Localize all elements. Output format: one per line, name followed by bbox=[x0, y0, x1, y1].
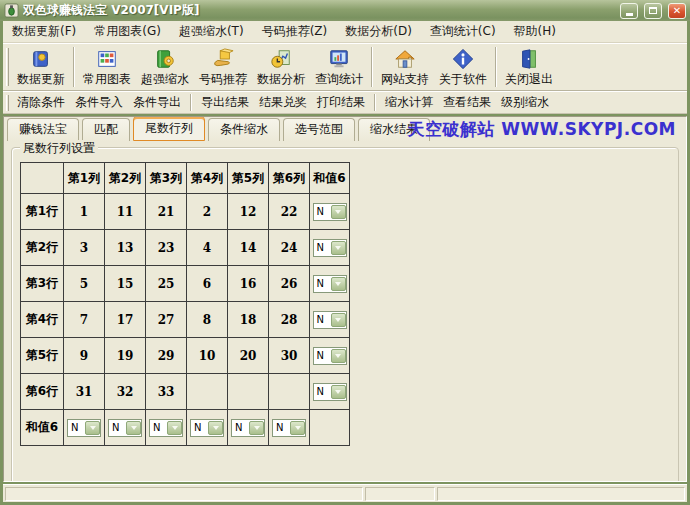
grid-value-cell: 25 bbox=[146, 266, 187, 302]
chevron-down-icon bbox=[208, 421, 223, 435]
action-button[interactable]: 条件导出 bbox=[128, 92, 186, 113]
action-button[interactable]: 结果兑奖 bbox=[254, 92, 312, 113]
groupbox-title: 尾数行列设置 bbox=[20, 140, 98, 157]
menu-item[interactable]: 查询统计(C) bbox=[421, 21, 505, 42]
toolbar-button-label: 数据分析 bbox=[257, 71, 305, 88]
menu-item[interactable]: 数据更新(F) bbox=[3, 21, 85, 42]
toolbar-button[interactable]: 网站支持 bbox=[376, 45, 434, 89]
minimize-icon bbox=[626, 13, 633, 16]
close-button[interactable]: ✕ bbox=[668, 3, 686, 19]
toolbar-button[interactable]: 常用图表 bbox=[78, 45, 136, 89]
tail-filter-combobox[interactable]: N bbox=[272, 419, 306, 437]
tail-filter-combobox[interactable]: N bbox=[313, 311, 347, 329]
tail-filter-combobox[interactable]: N bbox=[108, 419, 142, 437]
status-panel bbox=[365, 487, 435, 501]
grid-value-cell: 11 bbox=[105, 194, 146, 230]
tail-filter-combobox[interactable]: N bbox=[313, 275, 347, 293]
status-bar bbox=[3, 484, 687, 502]
table-row: 第5行91929102030N bbox=[21, 338, 350, 374]
table-row: 第3行5152561626N bbox=[21, 266, 350, 302]
action-button[interactable]: 清除条件 bbox=[12, 92, 70, 113]
action-button[interactable]: 缩水计算 bbox=[380, 92, 438, 113]
status-panel bbox=[437, 487, 685, 501]
toolbar-button[interactable]: 关闭退出 bbox=[500, 45, 558, 89]
minimize-button[interactable] bbox=[620, 3, 638, 19]
tab-1[interactable]: 匹配 bbox=[82, 118, 130, 141]
maximize-button[interactable] bbox=[644, 3, 662, 19]
analysis-clock-icon bbox=[269, 48, 293, 70]
combobox-value: N bbox=[112, 423, 119, 433]
grid-row-header: 第2行 bbox=[21, 230, 64, 266]
grid-row-header: 第1行 bbox=[21, 194, 64, 230]
toolbar-button[interactable]: 查询统计 bbox=[310, 45, 368, 89]
grid-sum-cell: N bbox=[269, 410, 310, 446]
query-monitor-icon bbox=[327, 48, 351, 70]
grid-column-header: 第4列 bbox=[187, 163, 228, 194]
grid-value-cell: 14 bbox=[228, 230, 269, 266]
tail-filter-combobox[interactable]: N bbox=[313, 347, 347, 365]
combobox-value: N bbox=[194, 423, 201, 433]
toolbar-separator bbox=[73, 47, 75, 87]
grid-row-header: 第5行 bbox=[21, 338, 64, 374]
grid-value-cell: 26 bbox=[269, 266, 310, 302]
action-button[interactable]: 条件导入 bbox=[70, 92, 128, 113]
toolbar-button-label: 网站支持 bbox=[381, 71, 429, 88]
action-button[interactable]: 级别缩水 bbox=[496, 92, 554, 113]
grid-value-cell: 32 bbox=[105, 374, 146, 410]
book-update-icon bbox=[29, 48, 53, 70]
grid-value-cell: 5 bbox=[64, 266, 105, 302]
action-button[interactable]: 查看结果 bbox=[438, 92, 496, 113]
action-button[interactable]: 导出结果 bbox=[196, 92, 254, 113]
combobox-value: N bbox=[317, 207, 324, 217]
tail-filter-combobox[interactable]: N bbox=[313, 203, 347, 221]
toolbar-button-label: 超强缩水 bbox=[141, 71, 189, 88]
tab-4[interactable]: 选号范围 bbox=[283, 118, 355, 141]
toolbar-separator bbox=[495, 47, 497, 87]
action-button[interactable]: 打印结果 bbox=[312, 92, 370, 113]
chevron-down-icon bbox=[331, 385, 346, 399]
grid-value-cell: 7 bbox=[64, 302, 105, 338]
toolbar-separator bbox=[374, 94, 376, 111]
grid-value-cell: 4 bbox=[187, 230, 228, 266]
tab-0[interactable]: 赚钱法宝 bbox=[7, 118, 79, 141]
menu-item[interactable]: 帮助(H) bbox=[505, 21, 565, 42]
chevron-down-icon bbox=[331, 241, 346, 255]
grid-value-cell: 31 bbox=[64, 374, 105, 410]
toolbar-button-label: 查询统计 bbox=[315, 71, 363, 88]
chevron-down-icon bbox=[290, 421, 305, 435]
table-row: 第1行1112121222N bbox=[21, 194, 350, 230]
about-info-icon bbox=[451, 48, 475, 70]
menu-item[interactable]: 超强缩水(T) bbox=[170, 21, 253, 42]
grid-value-cell: 28 bbox=[269, 302, 310, 338]
grid-value-cell bbox=[187, 374, 228, 410]
menu-bar: 数据更新(F)常用图表(G)超强缩水(T)号码推荐(Z)数据分析(D)查询统计(… bbox=[3, 21, 687, 43]
tail-filter-combobox[interactable]: N bbox=[313, 383, 347, 401]
tab-3[interactable]: 条件缩水 bbox=[208, 118, 280, 141]
menu-item[interactable]: 号码推荐(Z) bbox=[253, 21, 337, 42]
window-title: 双色球赚钱法宝 V2007[VIP版] bbox=[23, 2, 614, 19]
action-toolbar: 清除条件条件导入条件导出导出结果结果兑奖打印结果缩水计算查看结果级别缩水 bbox=[3, 91, 687, 114]
tail-filter-combobox[interactable]: N bbox=[67, 419, 101, 437]
toolbar-button[interactable]: 关于软件 bbox=[434, 45, 492, 89]
status-panel bbox=[5, 487, 363, 501]
toolbar-button[interactable]: 超强缩水 bbox=[136, 45, 194, 89]
tail-filter-combobox[interactable]: N bbox=[149, 419, 183, 437]
exit-door-icon bbox=[517, 48, 541, 70]
toolbar-button[interactable]: 号码推荐 bbox=[194, 45, 252, 89]
table-row: 第2行3132341424N bbox=[21, 230, 350, 266]
tab-active[interactable]: 尾数行列 bbox=[133, 116, 205, 141]
toolbar-button[interactable]: 数据更新 bbox=[12, 45, 70, 89]
tail-filter-combobox[interactable]: N bbox=[190, 419, 224, 437]
shrink-book-gear-icon bbox=[153, 48, 177, 70]
tail-filter-combobox[interactable]: N bbox=[231, 419, 265, 437]
tail-filter-combobox[interactable]: N bbox=[313, 239, 347, 257]
grid-column-header: 第1列 bbox=[64, 163, 105, 194]
tail-number-grid: 第1列第2列第3列第4列第5列第6列和值6第1行1112121222N第2行31… bbox=[20, 162, 350, 446]
lantern-app-icon bbox=[4, 3, 19, 18]
combobox-value: N bbox=[235, 423, 242, 433]
menu-item[interactable]: 常用图表(G) bbox=[85, 21, 170, 42]
grid-value-cell: 29 bbox=[146, 338, 187, 374]
menu-item[interactable]: 数据分析(D) bbox=[336, 21, 421, 42]
toolbar-button[interactable]: 数据分析 bbox=[252, 45, 310, 89]
grid-value-cell: 1 bbox=[64, 194, 105, 230]
